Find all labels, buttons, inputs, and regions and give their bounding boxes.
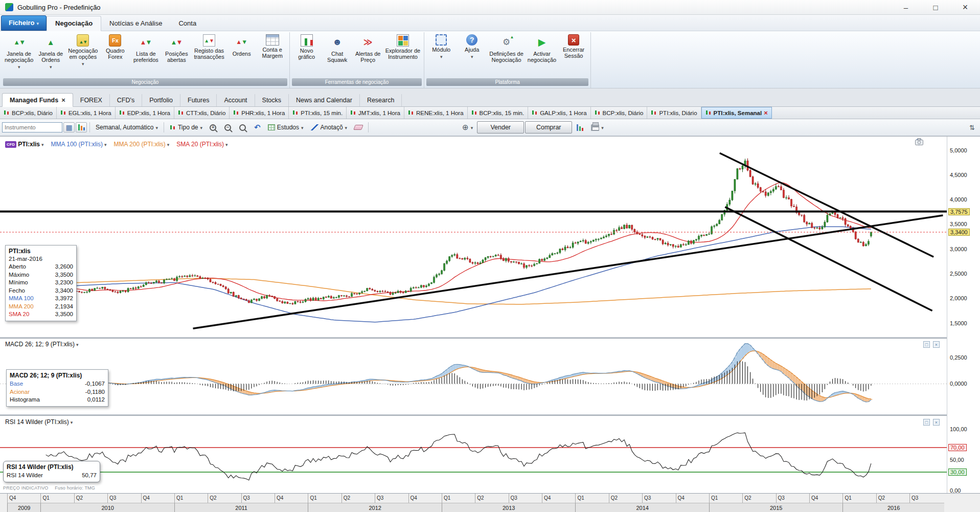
trade-window-icon: [11, 34, 27, 50]
toolbar-overflow-button[interactable]: [966, 121, 978, 133]
lista-de-preferidos-button[interactable]: Lista de preferidos: [130, 32, 161, 77]
workspace-tab-portfolio[interactable]: Portfolio: [142, 94, 180, 106]
chevron-down-icon: [471, 53, 473, 59]
timeframe-dropdown[interactable]: Semanal, Automático: [93, 121, 161, 133]
quadro-forex-button[interactable]: Quadro Forex: [100, 32, 130, 77]
workspace-tab-research[interactable]: Research: [360, 94, 402, 106]
ordens-button[interactable]: Ordens: [226, 32, 257, 77]
restore-panel-icon[interactable]: [923, 419, 930, 426]
rsi-chart[interactable]: [0, 416, 947, 493]
symbol-legend-label[interactable]: PTI:xlis: [18, 141, 40, 148]
chart-tab-bcp-xlis-15-min-8[interactable]: BCP:xlis, 15 min.: [468, 107, 529, 119]
chart-tab-bcp-xlis-diario-10[interactable]: BCP:xlis, Diário: [591, 107, 648, 119]
alertas-de-preco-button[interactable]: Alertas de Preço: [353, 32, 383, 77]
novo-grafico-button[interactable]: Novo gráfico: [291, 32, 322, 77]
quarter-label: Q4: [676, 494, 709, 503]
posicoes-abertas-button[interactable]: Posições abertas: [161, 32, 192, 77]
conta-e-margem-button[interactable]: Conta e Margem: [257, 32, 288, 77]
panel-splitter[interactable]: [0, 414, 980, 416]
sma20-legend[interactable]: SMA 20 (PTI:xlis): [176, 141, 227, 148]
quarter-label: Q3: [375, 494, 408, 503]
ohlc-info-box: PTI:xlis21-mar-2016Aberto3,2600Máximo3,3…: [5, 245, 77, 321]
zoom-fit-button[interactable]: [236, 121, 250, 133]
chart-tab-edp-xlis-1-hora-2[interactable]: EDP:xlis, 1 Hora: [116, 107, 174, 119]
encerrar-sessao-button[interactable]: Encerrar Sessão: [558, 32, 589, 77]
registo-das-transaccoes-button[interactable]: Registo das transacções: [192, 32, 226, 77]
columns-edit-button[interactable]: [76, 122, 87, 132]
close-button[interactable]: [950, 0, 980, 14]
annotate-dropdown[interactable]: Anotaçõ: [308, 121, 351, 133]
macd-chart[interactable]: [0, 339, 947, 414]
janela-de-ordens-button[interactable]: Janela de Ordens: [35, 32, 66, 77]
chart-tab-galp-xlis-1-hora-9[interactable]: GALP:xlis, 1 Hora: [528, 107, 590, 119]
definicoes-de-negociacao-button[interactable]: Definições de Negociação: [487, 32, 526, 77]
chat-squawk-button[interactable]: Chat Squawk: [322, 32, 353, 77]
menu-tab-conta[interactable]: Conta: [170, 16, 204, 31]
chart-type-dropdown[interactable]: Tipo de: [167, 121, 206, 133]
chart-tab-bcp-xlis-diario-0[interactable]: BCP:xlis, Diário: [0, 107, 57, 119]
mma200-legend[interactable]: MMA 200 (PTI:xlis): [113, 141, 169, 148]
close-panel-icon[interactable]: [933, 419, 940, 426]
zoom-in-button[interactable]: [207, 121, 220, 133]
menu-tab-negociacao[interactable]: Negociação: [47, 16, 101, 31]
explorador-de-instrumento-button[interactable]: Explorador de Instrumento: [383, 32, 423, 77]
help-icon: [466, 34, 477, 46]
menu-tab-ficheiro[interactable]: Ficheiro: [1, 15, 47, 31]
menu-tab-noticias-e-analise[interactable]: Notícias e Análise: [101, 16, 170, 31]
module-icon: [436, 34, 447, 46]
workspace-tab-stocks[interactable]: Stocks: [255, 94, 289, 106]
workspace-tab-cfd-s[interactable]: CFD's: [110, 94, 142, 106]
panel-splitter[interactable]: [0, 337, 980, 339]
ajuda-button[interactable]: Ajuda: [457, 32, 487, 77]
undo-button[interactable]: [251, 121, 264, 133]
minimize-button[interactable]: [891, 0, 921, 14]
close-tab-icon[interactable]: [61, 96, 65, 104]
chart-tab-egl-xlis-1-hora-1[interactable]: EGL:xlis, 1 Hora: [57, 107, 116, 119]
candlestick-chart-icon: [651, 110, 657, 116]
print-dropdown[interactable]: [588, 121, 607, 133]
chart-tab-jmt-xlis-1-hora-6[interactable]: JMT:xlis, 1 Hora: [347, 107, 404, 119]
eraser-button[interactable]: [351, 121, 366, 133]
negociacao-em-opcoes-button[interactable]: Negociação em opções: [66, 32, 100, 77]
rsi-legend[interactable]: RSI 14 Wilder (PTI:xlis): [5, 418, 73, 426]
buy-button[interactable]: Comprar: [525, 121, 572, 133]
orders-icon: [234, 34, 250, 50]
crosshair-dropdown[interactable]: [459, 121, 476, 133]
mma100-legend[interactable]: MMA 100 (PTI:xlis): [51, 141, 107, 148]
macd-legend[interactable]: MACD 26; 12; 9 (PTI:xlis): [5, 341, 79, 348]
chart-tab-phr-xlis-1-hora-4[interactable]: PHR:xlis, 1 Hora: [230, 107, 289, 119]
chevron-down-icon: [41, 141, 44, 148]
studies-dropdown[interactable]: Estudos: [265, 121, 307, 133]
modulo-button[interactable]: Módulo: [426, 32, 457, 77]
janela-de-negociacao-button[interactable]: Janela de negociação: [3, 32, 35, 77]
ribbon-button-label: Ajuda: [465, 47, 479, 53]
price-chart[interactable]: [0, 138, 947, 337]
activar-negociacao-button[interactable]: Activar negociação: [526, 32, 558, 77]
instrument-input[interactable]: [2, 122, 62, 132]
chart-tab-bar: BCP:xlis, DiárioEGL:xlis, 1 HoraEDP:xlis…: [0, 107, 980, 119]
price-axis-tick: 4,5000: [950, 172, 967, 178]
ribbon-button-label: Chat Squawk: [327, 51, 347, 63]
zoom-out-button[interactable]: [221, 121, 235, 133]
workspace-tab-managed-funds[interactable]: Managed Funds: [2, 93, 73, 107]
restore-panel-icon[interactable]: [923, 341, 930, 348]
quarter-label: Q1: [575, 494, 608, 503]
workspace-tab-account[interactable]: Account: [217, 94, 255, 106]
chart-tab-pti-xlis-15-min-5[interactable]: PTI:xlis, 15 min.: [289, 107, 347, 119]
workspace-tab-forex[interactable]: FOREX: [73, 94, 110, 106]
time-axis[interactable]: Q4Q1Q2Q3Q4Q1Q2Q3Q4Q1Q2Q3Q4Q1Q2Q3Q4Q1Q2Q3…: [0, 493, 980, 512]
workspace-tab-label: Portfolio: [149, 97, 173, 104]
chart-tab-ctt-xlis-diario-3[interactable]: CTT:xlis, Diário: [174, 107, 230, 119]
sell-button[interactable]: Vender: [477, 121, 524, 133]
chart-settings-button[interactable]: [573, 121, 587, 133]
close-tab-icon[interactable]: [764, 109, 768, 117]
chart-tab-pti-xlis-semanal-12[interactable]: PTI:xlis, Semanal: [701, 107, 772, 119]
maximize-button[interactable]: [921, 0, 950, 14]
chart-tab-pti-xlis-diario-11[interactable]: PTI:xlis, Diário: [647, 107, 701, 119]
camera-icon[interactable]: [915, 138, 923, 145]
instrument-lookup-button[interactable]: [63, 122, 75, 132]
workspace-tab-futures[interactable]: Futures: [180, 94, 217, 106]
workspace-tab-news-and-calendar[interactable]: News and Calendar: [289, 94, 360, 106]
chart-tab-rene-xlis-1-hora-7[interactable]: RENE:xlis, 1 Hora: [404, 107, 468, 119]
close-panel-icon[interactable]: [933, 341, 940, 348]
